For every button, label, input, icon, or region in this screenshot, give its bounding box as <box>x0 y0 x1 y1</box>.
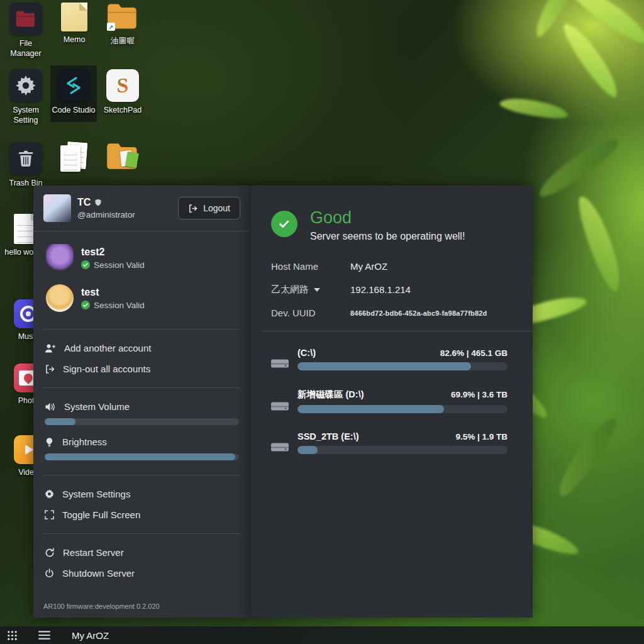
server-status: Good Server seems to be operating well! <box>271 208 508 242</box>
account-name: test2 <box>81 246 145 258</box>
shortcut-arrow-icon: ↗ <box>107 23 115 31</box>
desktop-icon-label: SketchPad <box>104 106 142 116</box>
divider <box>43 533 240 534</box>
logout-button[interactable]: Logout <box>178 197 240 219</box>
firmware-version: AR100 firmware:development 0.2.020 <box>43 599 240 611</box>
disk-name: 新增磁碟區 (D:\) <box>297 389 364 401</box>
disk-list: (C:\) 82.6% | 465.1 GB 新增磁碟區 (D:\) 69.9%… <box>271 348 508 454</box>
check-circle-icon <box>81 260 90 269</box>
desktop-icon-file-manager[interactable]: File Manager <box>4 3 48 58</box>
disk-usage-fill <box>297 405 444 413</box>
user-menu-panel: TC @administrator Logout test2 Session V… <box>33 186 250 618</box>
logout-icon <box>188 204 197 213</box>
grid-icon <box>7 630 18 641</box>
disk-usage-bar <box>297 405 508 413</box>
trash-icon <box>9 142 42 175</box>
disk-usage: 69.9% | 3.6 TB <box>451 390 508 399</box>
desktop-icon-code-studio[interactable]: Code Studio <box>50 65 97 122</box>
toggle-fullscreen-item[interactable]: Toggle Full Screen <box>43 504 240 525</box>
disk-row-d: 新增磁碟區 (D:\) 69.9% | 3.6 TB <box>271 389 508 413</box>
gear-icon <box>45 489 54 499</box>
disk-usage: 9.5% | 1.9 TB <box>455 432 508 441</box>
disk-usage-bar <box>297 446 508 454</box>
desktop-icon-document[interactable] <box>52 142 96 177</box>
host-name-value: My ArOZ <box>350 261 387 272</box>
desktop-icon-system-setting[interactable]: System Setting <box>4 69 48 125</box>
uuid-label: Dev. UUID <box>271 308 350 318</box>
hard-drive-icon <box>271 441 289 453</box>
disk-row-e: SSD_2TB (E:\) 9.5% | 1.9 TB <box>271 431 508 454</box>
desktop-icon-folder[interactable]: ↗ 油圖喔 <box>101 3 145 47</box>
system-settings-item[interactable]: System Settings <box>43 484 240 504</box>
leaf-decoration <box>573 192 628 294</box>
network-row: 乙太網路 192.168.1.214 <box>271 284 508 296</box>
server-info: Host Name My ArOZ 乙太網路 192.168.1.214 Dev… <box>271 261 508 318</box>
volume-slider[interactable] <box>45 418 239 425</box>
gear-icon <box>9 69 42 102</box>
leaf-decoration <box>533 132 622 203</box>
desktop-icon-sketchpad[interactable]: S SketchPad <box>101 69 145 116</box>
desktop-icon-label: System Setting <box>4 106 48 125</box>
disk-row-c: (C:\) 82.6% | 465.1 GB <box>271 348 508 370</box>
status-message: Server seems to be operating well! <box>310 231 465 242</box>
document-pages-icon <box>60 142 88 174</box>
account-row-test2[interactable]: test2 Session Valid <box>46 244 240 272</box>
desktop-icon-trash-bin[interactable]: Trash Bin <box>4 142 48 189</box>
menu-button[interactable] <box>38 631 50 640</box>
leaf-decoration <box>499 95 569 122</box>
brightness-slider[interactable] <box>45 453 239 460</box>
divider <box>43 387 240 388</box>
screen: File Manager Memo ↗ 油圖喔 System Setting C… <box>0 0 644 644</box>
session-status: Session Valid <box>94 301 145 310</box>
restart-server-item[interactable]: Restart Server <box>43 542 240 563</box>
signout-all-item[interactable]: Sign-out all accounts <box>43 358 240 379</box>
brightness-slider-fill <box>45 453 235 460</box>
file-manager-icon <box>9 3 42 35</box>
divider <box>262 331 533 331</box>
volume-slider-fill <box>45 418 75 425</box>
chevron-down-icon <box>314 288 320 292</box>
restart-icon <box>45 548 55 558</box>
desktop-icon-memo[interactable]: Memo <box>52 3 96 45</box>
folder-icon: ↗ <box>106 3 139 33</box>
leaf-decoration <box>558 18 625 101</box>
user-avatar <box>43 194 71 222</box>
check-circle-icon <box>81 301 90 309</box>
signout-icon <box>45 364 55 374</box>
folder-documents-icon <box>106 142 140 172</box>
taskbar-title: My ArOZ <box>72 630 109 641</box>
server-status-panel: Good Server seems to be operating well! … <box>250 186 533 618</box>
hamburger-icon <box>38 631 50 640</box>
power-icon <box>45 569 54 578</box>
divider <box>33 231 250 231</box>
account-row-test[interactable]: test Session Valid <box>46 284 240 312</box>
speaker-icon <box>45 402 56 412</box>
uuid-value: 8466bd72-bdb6-452a-abc9-fa98a77fb82d <box>350 309 487 317</box>
session-status: Session Valid <box>94 260 145 270</box>
hard-drive-icon <box>271 357 289 370</box>
disk-name: SSD_2TB (E:\) <box>297 431 359 441</box>
disk-usage-bar <box>297 362 508 370</box>
host-name-label: Host Name <box>271 261 350 272</box>
disk-usage-fill <box>297 362 471 370</box>
disk-usage: 82.6% | 465.1 GB <box>440 348 508 358</box>
desktop-icon-label: File Manager <box>4 39 48 58</box>
desktop-icon-folder-documents[interactable] <box>101 142 145 176</box>
account-name: test <box>81 286 145 298</box>
network-interface-dropdown[interactable]: 乙太網路 <box>271 284 350 296</box>
brightness-control: Brightness <box>45 434 239 460</box>
sketchpad-icon: S <box>106 69 139 102</box>
user-handle: @administrator <box>77 209 135 221</box>
shield-icon <box>94 199 102 206</box>
ip-address-value: 192.168.1.214 <box>350 284 411 295</box>
app-grid-button[interactable] <box>7 630 18 641</box>
desktop-icon-label: Code Studio <box>52 106 96 116</box>
host-name-row: Host Name My ArOZ <box>271 261 508 272</box>
hard-drive-icon <box>271 400 289 413</box>
divider <box>43 329 240 330</box>
add-account-item[interactable]: Add another account <box>43 338 240 358</box>
memo-note-icon <box>61 3 87 31</box>
fullscreen-icon <box>45 510 54 519</box>
taskbar: My ArOZ <box>0 626 644 644</box>
shutdown-server-item[interactable]: Shutdown Server <box>43 563 240 584</box>
